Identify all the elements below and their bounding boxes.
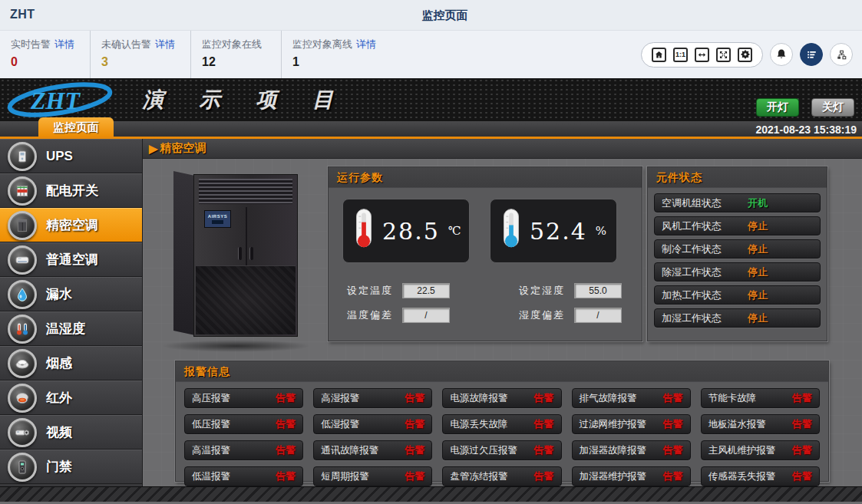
light-on-button[interactable]: 开灯 xyxy=(756,98,799,117)
alarm-status: 告警 xyxy=(276,443,296,457)
light-off-button[interactable]: 关灯 xyxy=(811,98,854,117)
sidebar-item-precision-ac[interactable]: 精密空调 xyxy=(0,208,142,242)
home-icon[interactable] xyxy=(652,48,666,62)
ac-display-panel: AIRSYS xyxy=(204,210,231,228)
detail-link[interactable]: 详情 xyxy=(155,38,175,50)
alarm-tile: 地板溢水报警告警 xyxy=(701,414,820,434)
temperature-reading: 28.5 ℃ xyxy=(342,199,470,263)
temperature-deviation-field[interactable]: / xyxy=(402,308,450,323)
thermometers-icon xyxy=(8,315,37,344)
brand-logo-text: ZHT xyxy=(10,8,35,21)
alarm-list-icon[interactable] xyxy=(800,43,823,66)
alarm-tile: 低压报警告警 xyxy=(184,414,303,434)
content-area: ▶ 精密空调 AIRSYS xyxy=(143,139,862,486)
stat-value: 3 xyxy=(101,55,175,69)
alarm-tile: 排气故障报警告警 xyxy=(572,388,691,408)
temperature-value: 28.5 xyxy=(382,218,440,245)
sidebar-item-label: 门禁 xyxy=(46,458,72,476)
sidebar-item-infrared[interactable]: 红外 xyxy=(0,380,142,415)
alarm-tile: 加湿器故障报警告警 xyxy=(572,440,691,460)
alarm-status: 告警 xyxy=(792,391,812,405)
alarm-tile: 高温报警告警 xyxy=(184,440,303,460)
one-to-one-icon[interactable]: 1:1 xyxy=(673,48,688,62)
sidebar-item-power-switch[interactable]: 配电开关 xyxy=(0,173,142,208)
sidebar-item-label: 烟感 xyxy=(46,354,72,372)
bell-icon[interactable] xyxy=(770,43,793,66)
sidebar-item-normal-ac[interactable]: 普通空调 xyxy=(0,242,142,277)
alarm-tile: 过滤网维护报警告警 xyxy=(572,414,691,434)
fullscreen-icon[interactable] xyxy=(716,48,731,62)
panel-title: 元件状态 xyxy=(648,167,827,188)
tab-monitor-page[interactable]: 监控页面 xyxy=(38,117,114,137)
status-row: 除湿工作状态 停止 xyxy=(654,262,821,282)
sidebar-item-ups[interactable]: UPS xyxy=(0,139,142,173)
alarm-status: 告警 xyxy=(663,443,683,457)
alarm-tile: 短周期报警告警 xyxy=(313,466,432,486)
thermometer-red-icon xyxy=(351,207,377,255)
stat-unconfirmed-alarms: 未确认告警详情 3 xyxy=(91,31,191,78)
status-row: 加湿工作状态 停止 xyxy=(654,308,821,328)
ac-unit-image: AIRSYS xyxy=(154,166,323,349)
stat-objects-offline: 监控对象离线详情 1 xyxy=(282,31,391,78)
status-row: 制冷工作状态 停止 xyxy=(654,239,821,259)
sidebar-item-water-leak[interactable]: 漏水 xyxy=(0,277,142,311)
alarm-status: 告警 xyxy=(405,443,424,457)
run-params-panel: 运行参数 28.5 ℃ xyxy=(328,166,642,341)
stat-label: 实时告警 xyxy=(11,38,51,50)
alarm-status: 告警 xyxy=(534,391,554,405)
humidity-value: 52.4 xyxy=(530,218,587,245)
field-label: 湿度偏差 xyxy=(519,308,565,322)
field-label: 设定湿度 xyxy=(519,284,565,298)
svg-text:ZHT: ZHT xyxy=(30,87,81,114)
alarm-status: 告警 xyxy=(405,469,424,483)
status-value: 停止 xyxy=(748,219,768,233)
fit-width-icon[interactable] xyxy=(695,48,709,62)
sidebar-item-door-access[interactable]: 门禁 xyxy=(0,450,142,484)
alarm-status: 告警 xyxy=(276,391,296,405)
ac-vents xyxy=(199,179,292,204)
thermometer-blue-icon xyxy=(498,207,524,255)
detail-link[interactable]: 详情 xyxy=(356,38,376,50)
sidebar-item-label: 视频 xyxy=(46,423,72,441)
water-drop-icon xyxy=(8,280,37,309)
sidebar-item-temp-humidity[interactable]: 温湿度 xyxy=(0,311,142,346)
infrared-sensor-icon xyxy=(8,384,37,413)
status-row: 空调机组状态 开机 xyxy=(654,193,821,212)
status-value: 停止 xyxy=(748,265,768,279)
ac-brand-label: AIRSYS xyxy=(208,214,227,219)
sidebar-item-video[interactable]: 视频 xyxy=(0,415,142,450)
alarm-status: 告警 xyxy=(534,417,554,431)
detail-link[interactable]: 详情 xyxy=(54,38,74,50)
project-title: 演 示 项 目 xyxy=(143,86,348,114)
status-value: 停止 xyxy=(748,288,768,302)
door-access-icon xyxy=(8,453,37,482)
alarm-tile: 传感器丢失报警告警 xyxy=(701,466,820,486)
humidity-deviation-field[interactable]: / xyxy=(574,308,622,323)
sidebar-item-label: 配电开关 xyxy=(46,182,98,199)
topology-icon[interactable] xyxy=(830,43,853,66)
stats-bar: 实时告警详情 0 未确认告警详情 3 监控对象在线 12 监控对象离线详情 1 … xyxy=(0,31,862,78)
alarm-tile: 节能卡故障告警 xyxy=(701,388,820,408)
breaker-icon xyxy=(8,176,37,206)
sidebar-item-smoke[interactable]: 烟感 xyxy=(0,346,142,380)
alarm-status: 告警 xyxy=(405,391,424,405)
alarm-tile: 电源故障报警告警 xyxy=(442,388,561,408)
status-value: 开机 xyxy=(748,196,768,210)
stat-label: 监控对象离线 xyxy=(292,38,352,50)
set-humidity-field[interactable]: 55.0 xyxy=(574,283,622,298)
settings-icon[interactable] xyxy=(738,48,752,62)
sidebar-item-label: UPS xyxy=(46,149,73,164)
status-row: 风机工作状态 停止 xyxy=(654,216,821,236)
panel-title: 报警信息 xyxy=(176,361,828,382)
alarm-status: 告警 xyxy=(792,443,812,457)
view-toolbar: 1:1 xyxy=(641,42,763,68)
alarm-tile: 电源丢失故障告警 xyxy=(442,414,561,434)
alarm-status: 告警 xyxy=(792,417,812,431)
set-temperature-field[interactable]: 22.5 xyxy=(402,283,450,298)
page-title: 监控页面 xyxy=(422,8,468,23)
alarm-info-panel: 报警信息 高压报警告警 高湿报警告警 电源故障报警告警 排气故障报警告警 节能卡… xyxy=(175,361,829,482)
humidity-unit: % xyxy=(596,224,606,238)
temperature-unit: ℃ xyxy=(448,224,461,238)
header-arrow-icon: ▶ xyxy=(149,142,158,156)
footer-strip xyxy=(0,486,862,502)
